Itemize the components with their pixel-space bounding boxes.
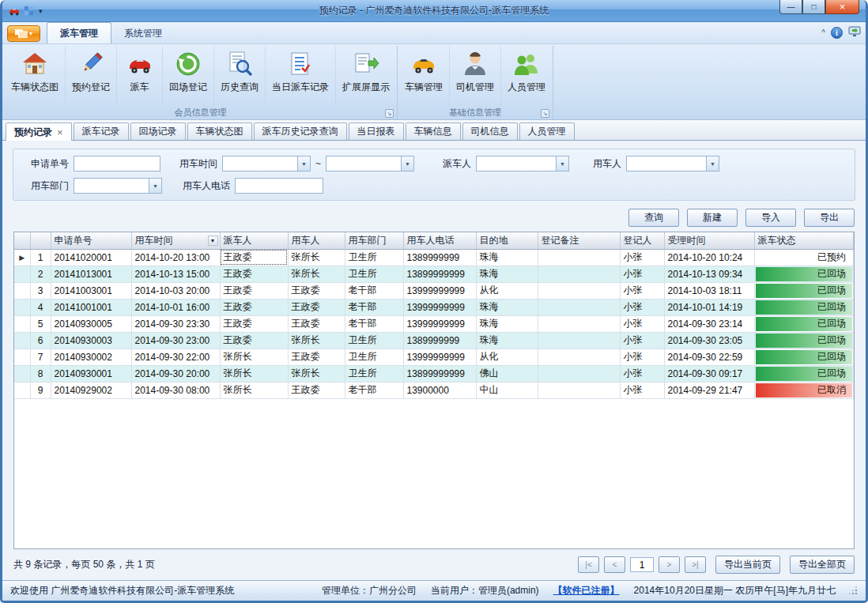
grid-cell[interactable]: 老干部 — [345, 299, 403, 315]
grid-cell[interactable]: 老干部 — [345, 282, 403, 299]
grid-cell[interactable]: 卫生所 — [345, 349, 403, 365]
grid-cell[interactable]: 从化 — [476, 349, 538, 365]
ribbon-button[interactable]: 派车 — [117, 46, 163, 106]
grid-cell[interactable]: 小张 — [620, 332, 664, 349]
ribbon-button[interactable]: 扩展屏显示 — [336, 46, 396, 106]
grid-cell[interactable]: 20141020001 — [51, 249, 131, 266]
grid-cell[interactable]: 20141013001 — [51, 266, 131, 282]
grid-cell[interactable]: 王政委 — [288, 282, 345, 299]
grid-cell[interactable] — [538, 382, 620, 398]
grid-cell[interactable]: 20141001001 — [51, 299, 131, 315]
ribbon-button[interactable]: 司机管理 — [450, 46, 501, 106]
grid-cell[interactable]: 13899999999 — [403, 365, 476, 382]
row-indicator-cell[interactable] — [14, 282, 30, 299]
grid-cell[interactable]: 2014-09-30 08:00 — [131, 382, 220, 398]
dropdown-arrow-icon[interactable]: ▼ — [297, 156, 310, 171]
collapse-ribbon-icon[interactable]: ^ — [821, 29, 825, 37]
column-header[interactable]: 登记人 — [620, 232, 664, 249]
grid-cell[interactable]: 2014-09-30 23:00 — [131, 332, 220, 349]
doc-tab[interactable]: 司机信息 — [462, 122, 518, 140]
grid-cell[interactable]: 小张 — [620, 365, 664, 382]
grid-cell-status[interactable]: 已回场 — [754, 266, 854, 282]
grid-cell[interactable]: 珠海 — [476, 315, 538, 332]
column-header[interactable]: 派车人 — [220, 232, 288, 249]
dropdown-arrow-icon[interactable]: ▼ — [149, 179, 161, 193]
grid-cell[interactable]: 20141003001 — [51, 282, 131, 299]
row-indicator-cell[interactable] — [14, 299, 30, 315]
grid-cell[interactable]: 王政委 — [288, 315, 345, 332]
row-number-cell[interactable]: 7 — [30, 349, 51, 365]
ribbon-button[interactable]: 车辆状态图 — [5, 46, 66, 106]
grid-cell[interactable]: 2014-09-29 21:47 — [664, 382, 754, 398]
row-number-cell[interactable]: 8 — [30, 365, 51, 382]
row-number-cell[interactable]: 6 — [30, 332, 51, 349]
minimize-button[interactable]: — — [779, 0, 802, 14]
grid-cell[interactable]: 2014-10-13 15:00 — [131, 266, 220, 282]
grid-cell[interactable]: 2014-10-01 16:00 — [131, 299, 220, 315]
grid-cell[interactable]: 珠海 — [476, 266, 538, 282]
grid-cell[interactable] — [538, 349, 620, 365]
grid-cell-status[interactable]: 已回场 — [754, 299, 854, 315]
grid-cell[interactable]: 20140930005 — [51, 315, 131, 332]
row-number-cell[interactable]: 1 — [30, 249, 51, 266]
column-header[interactable]: 目的地 — [476, 232, 538, 249]
grid-cell[interactable]: 小张 — [620, 282, 664, 299]
grid-cell[interactable]: 张所长 — [288, 266, 345, 282]
export-button[interactable]: 导出 — [804, 209, 855, 227]
close-button[interactable]: × — [825, 0, 859, 14]
grid-cell[interactable]: 王政委 — [288, 299, 345, 315]
import-button[interactable]: 导入 — [745, 209, 796, 227]
doc-tab[interactable]: 车辆信息 — [406, 122, 461, 140]
row-indicator-cell[interactable] — [14, 315, 30, 332]
doc-tab[interactable]: 人员管理 — [519, 122, 575, 140]
grid-cell[interactable]: 张所长 — [288, 332, 345, 349]
dropdown-arrow-icon[interactable]: ▼ — [401, 156, 413, 171]
column-header[interactable]: 申请单号 — [51, 232, 131, 249]
grid-cell-status[interactable]: 已回场 — [754, 315, 854, 332]
grid-cell[interactable]: 2014-10-01 14:19 — [664, 299, 754, 315]
grid-cell[interactable]: 2014-10-13 09:34 — [664, 266, 754, 282]
dialog-launcher-icon[interactable]: ↘ — [541, 109, 549, 118]
grid-cell[interactable] — [538, 299, 620, 315]
row-indicator-cell[interactable] — [14, 365, 30, 382]
grid-cell[interactable]: 2014-09-30 23:05 — [664, 332, 754, 349]
grid-cell-status[interactable]: 已回场 — [754, 282, 854, 299]
column-header[interactable]: 用车时间▼ — [131, 232, 220, 249]
grid-cell[interactable]: 中山 — [476, 382, 538, 398]
ribbon-button[interactable]: 回场登记 — [163, 46, 214, 106]
dropdown-arrow-icon[interactable]: ▼ — [706, 156, 719, 171]
table-row[interactable]: 2201410130012014-10-13 15:00王政委张所长卫生所138… — [14, 266, 854, 282]
doc-tab[interactable]: 预约记录× — [6, 122, 72, 141]
column-header[interactable]: 受理时间 — [664, 232, 754, 249]
doc-tab[interactable]: 车辆状态图 — [187, 122, 252, 140]
use-time-from-combo[interactable]: ▼ — [222, 156, 311, 171]
license-status-link[interactable]: 【软件已注册】 — [553, 584, 620, 597]
grid-cell[interactable]: 珠海 — [476, 249, 538, 266]
ribbon-button[interactable]: 历史查询 — [214, 46, 266, 106]
dispatcher-combo[interactable]: ▼ — [476, 156, 569, 171]
grid-cell[interactable]: 张所长 — [220, 382, 288, 398]
dialog-launcher-icon[interactable]: ↘ — [385, 109, 394, 118]
column-header[interactable]: 登记备注 — [538, 232, 620, 249]
doc-tab[interactable]: 回场记录 — [130, 122, 186, 140]
data-grid[interactable]: 申请单号用车时间▼派车人用车人用车部门用车人电话目的地登记备注登记人受理时间派车… — [13, 232, 855, 549]
column-header[interactable]: 用车人 — [288, 232, 345, 249]
grid-cell[interactable]: 2014-10-20 13:00 — [131, 249, 220, 266]
table-row[interactable]: 8201409300012014-09-30 20:00张所长张所长卫生所138… — [14, 365, 854, 382]
grid-cell[interactable]: 老干部 — [345, 382, 403, 398]
row-number-cell[interactable]: 9 — [30, 382, 51, 398]
close-tab-icon[interactable]: × — [57, 127, 63, 138]
grid-cell[interactable]: 珠海 — [476, 299, 538, 315]
doc-tab[interactable]: 派车记录 — [74, 122, 129, 140]
row-number-cell[interactable]: 3 — [30, 282, 51, 299]
grid-cell[interactable]: 王政委 — [288, 349, 345, 365]
table-row[interactable]: 5201409300052014-09-30 23:30王政委王政委老干部139… — [14, 315, 854, 332]
create-button[interactable]: 新建 — [687, 209, 738, 227]
row-indicator-cell[interactable] — [14, 349, 30, 365]
query-button[interactable]: 查询 — [628, 209, 679, 227]
grid-cell[interactable]: 13999999999 — [403, 315, 476, 332]
doc-tab[interactable]: 当日报表 — [349, 122, 404, 140]
ribbon-button[interactable]: 人员管理 — [501, 46, 552, 106]
grid-cell[interactable]: 1389999999 — [403, 249, 476, 266]
titlebar[interactable]: ▾ 预约记录 - 广州爱奇迪软件科技有限公司-派车管理系统 — □ × — [2, 0, 866, 22]
